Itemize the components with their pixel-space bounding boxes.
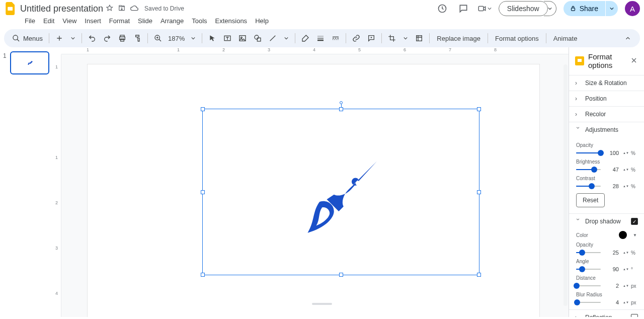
svg-rect-16 xyxy=(578,59,582,62)
new-slide-dropdown[interactable] xyxy=(67,31,78,45)
opacity-value[interactable]: 100 xyxy=(605,150,619,156)
image-tool[interactable] xyxy=(235,31,250,45)
select-tool[interactable] xyxy=(205,31,219,45)
shadow-distance-value[interactable]: 2 xyxy=(605,283,619,289)
slide[interactable] xyxy=(88,64,539,317)
comment-button[interactable] xyxy=(364,31,378,45)
shadow-blur-value[interactable]: 4 xyxy=(605,299,619,305)
crop-dropdown[interactable] xyxy=(400,31,411,45)
textbox-tool[interactable] xyxy=(220,31,234,45)
replace-image-button[interactable]: Replace image xyxy=(433,33,485,44)
resize-handle[interactable] xyxy=(201,273,205,277)
slide-thumbnail[interactable] xyxy=(10,51,49,74)
link-button[interactable] xyxy=(349,31,363,45)
comments-icon[interactable] xyxy=(456,2,470,16)
print-button[interactable] xyxy=(115,31,129,45)
selected-image[interactable] xyxy=(293,144,389,240)
resize-handle[interactable] xyxy=(339,273,343,277)
line-tool[interactable] xyxy=(266,31,280,45)
resize-handle[interactable] xyxy=(201,107,205,111)
meet-icon[interactable] xyxy=(477,2,492,16)
shadow-distance-slider[interactable] xyxy=(576,285,601,286)
avatar[interactable]: A xyxy=(625,1,640,16)
brightness-slider[interactable] xyxy=(576,169,601,170)
resize-handle[interactable] xyxy=(339,107,343,111)
svg-point-5 xyxy=(13,35,18,40)
history-icon[interactable] xyxy=(435,2,449,16)
shadow-angle-value[interactable]: 90 xyxy=(605,266,619,272)
resize-handle[interactable] xyxy=(201,190,205,194)
canvas[interactable]: 1 1 2 3 4 5 6 7 8 1 1 2 3 4 xyxy=(54,47,569,317)
shadow-blur-slider[interactable] xyxy=(576,302,601,303)
section-adjustments[interactable]: ›Adjustments xyxy=(569,122,644,137)
format-options-button[interactable]: Format options xyxy=(491,33,543,44)
star-icon[interactable] xyxy=(106,5,113,13)
zoom-button[interactable] xyxy=(151,31,165,45)
doc-title[interactable]: Untitled presentation xyxy=(20,4,103,14)
selection-box[interactable] xyxy=(202,109,479,275)
contrast-stepper[interactable]: ▲▼ xyxy=(623,185,627,188)
shadow-opacity-value[interactable]: 25 xyxy=(605,250,619,256)
line-dropdown[interactable] xyxy=(281,31,292,45)
new-slide-button[interactable] xyxy=(52,31,66,45)
zoom-value[interactable]: 187% xyxy=(166,35,187,42)
menu-insert[interactable]: Insert xyxy=(81,16,105,26)
opacity-slider[interactable] xyxy=(576,152,601,153)
menu-slide[interactable]: Slide xyxy=(134,16,156,26)
menu-format[interactable]: Format xyxy=(106,16,133,26)
svg-rect-15 xyxy=(417,36,422,41)
scrollbar-vertical[interactable] xyxy=(564,64,568,306)
move-icon[interactable] xyxy=(118,5,125,13)
animate-button[interactable]: Animate xyxy=(549,33,582,44)
border-color-button[interactable] xyxy=(298,31,312,45)
slides-logo[interactable] xyxy=(4,2,17,15)
slideshow-dropdown[interactable] xyxy=(544,1,556,16)
undo-button[interactable] xyxy=(85,31,99,45)
resize-handle[interactable] xyxy=(477,273,481,277)
close-icon[interactable] xyxy=(630,56,638,66)
section-reflection[interactable]: › Reflection xyxy=(569,310,644,317)
collapse-toolbar-button[interactable] xyxy=(621,31,635,45)
section-size-rotation[interactable]: ›Size & Rotation xyxy=(569,75,644,91)
zoom-dropdown[interactable] xyxy=(188,31,199,45)
crop-button[interactable] xyxy=(385,31,399,45)
drop-shadow-checkbox[interactable]: ✓ xyxy=(631,218,638,225)
shadow-color-dropdown[interactable]: ▼ xyxy=(633,233,637,237)
brightness-value[interactable]: 47 xyxy=(605,167,619,173)
shadow-color-button[interactable] xyxy=(619,231,627,239)
paint-format-button[interactable] xyxy=(130,31,144,45)
menu-help[interactable]: Help xyxy=(252,16,272,26)
share-dropdown[interactable] xyxy=(606,1,618,16)
menu-file[interactable]: File xyxy=(21,16,39,26)
shape-tool[interactable] xyxy=(251,31,265,45)
menu-extensions[interactable]: Extensions xyxy=(212,16,251,26)
shadow-angle-slider[interactable] xyxy=(576,269,601,270)
shadow-opacity-slider[interactable] xyxy=(576,252,601,253)
border-weight-button[interactable] xyxy=(313,31,328,45)
contrast-slider[interactable] xyxy=(576,186,601,187)
menu-arrange[interactable]: Arrange xyxy=(157,16,187,26)
section-recolor[interactable]: ›Recolor xyxy=(569,107,644,122)
cloud-icon[interactable] xyxy=(130,5,138,13)
notes-resize-handle[interactable] xyxy=(312,303,332,305)
mask-button[interactable] xyxy=(412,31,426,45)
opacity-stepper[interactable]: ▲▼ xyxy=(623,152,627,154)
filmstrip: 1 xyxy=(0,47,54,317)
section-position[interactable]: ›Position xyxy=(569,91,644,106)
border-dash-button[interactable] xyxy=(329,31,343,45)
menu-view[interactable]: View xyxy=(59,16,80,26)
saved-status: Saved to Drive xyxy=(144,5,184,12)
resize-handle[interactable] xyxy=(477,190,481,194)
search-menus[interactable]: Menus xyxy=(9,34,46,42)
menu-edit[interactable]: Edit xyxy=(40,16,58,26)
menu-tools[interactable]: Tools xyxy=(188,16,210,26)
contrast-value[interactable]: 28 xyxy=(605,183,619,189)
share-button[interactable]: Share xyxy=(564,1,605,16)
section-drop-shadow[interactable]: › Drop shadow ✓ xyxy=(569,214,644,229)
slideshow-button[interactable]: Slideshow xyxy=(499,1,548,16)
resize-handle[interactable] xyxy=(477,107,481,111)
rotate-handle[interactable] xyxy=(340,101,343,104)
brightness-stepper[interactable]: ▲▼ xyxy=(623,169,627,171)
reset-button[interactable]: Reset xyxy=(576,193,605,207)
redo-button[interactable] xyxy=(100,31,114,45)
